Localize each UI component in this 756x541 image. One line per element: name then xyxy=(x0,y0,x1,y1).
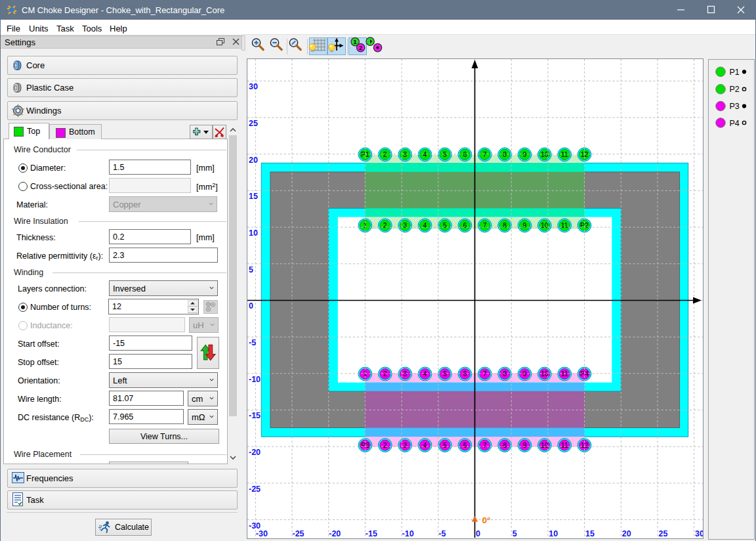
svg-text:7: 7 xyxy=(483,370,487,378)
svg-text:11: 11 xyxy=(561,222,568,229)
svg-text:11: 11 xyxy=(561,442,568,449)
svg-text:10: 10 xyxy=(541,442,549,449)
svg-text:-30: -30 xyxy=(256,529,268,538)
svg-text:8: 8 xyxy=(503,222,507,229)
svg-text:20: 20 xyxy=(249,156,258,165)
svg-text:3: 3 xyxy=(403,370,407,378)
svg-text:11: 11 xyxy=(561,151,568,158)
svg-text:9: 9 xyxy=(523,151,527,158)
svg-text:10: 10 xyxy=(541,151,549,158)
svg-text:3: 3 xyxy=(403,151,407,158)
svg-text:P4: P4 xyxy=(730,119,740,128)
svg-text:7: 7 xyxy=(483,222,487,229)
svg-text:15: 15 xyxy=(585,529,595,538)
svg-text:25: 25 xyxy=(658,529,667,538)
svg-text:2: 2 xyxy=(383,370,387,378)
svg-text:4: 4 xyxy=(423,370,427,378)
svg-text:0°: 0° xyxy=(482,515,490,525)
svg-text:3: 3 xyxy=(403,442,407,449)
svg-text:5: 5 xyxy=(443,370,447,378)
svg-text:4: 4 xyxy=(423,151,427,158)
svg-text:0: 0 xyxy=(249,301,253,311)
svg-text:30: 30 xyxy=(695,529,704,538)
svg-text:8: 8 xyxy=(503,370,507,378)
svg-text:-10: -10 xyxy=(402,529,414,538)
svg-text:5: 5 xyxy=(443,222,447,229)
svg-text:-25: -25 xyxy=(293,529,304,538)
svg-text:9: 9 xyxy=(523,222,527,229)
svg-text:1: 1 xyxy=(354,39,357,45)
svg-text:-30: -30 xyxy=(249,521,261,530)
svg-text:-10: -10 xyxy=(249,375,261,384)
svg-text:6: 6 xyxy=(463,151,467,158)
svg-text:0: 0 xyxy=(476,529,480,538)
svg-text:4: 4 xyxy=(423,222,427,229)
svg-text:6: 6 xyxy=(463,370,467,378)
svg-text:7: 7 xyxy=(483,151,487,158)
svg-text:-5: -5 xyxy=(438,529,446,538)
svg-text:P3: P3 xyxy=(730,102,740,111)
svg-text:10: 10 xyxy=(541,370,549,378)
svg-text:11: 11 xyxy=(561,370,568,378)
svg-text:-25: -25 xyxy=(249,485,261,494)
svg-text:3: 3 xyxy=(403,222,407,229)
svg-text:2: 2 xyxy=(383,442,387,449)
svg-text:15: 15 xyxy=(249,192,258,201)
svg-text:20: 20 xyxy=(622,529,631,538)
svg-text:2: 2 xyxy=(383,222,387,229)
svg-text:8: 8 xyxy=(503,151,507,158)
svg-text:2: 2 xyxy=(383,151,387,158)
svg-text:5: 5 xyxy=(249,265,253,274)
svg-text:6: 6 xyxy=(463,442,467,449)
svg-text:5: 5 xyxy=(513,529,517,538)
svg-text:25: 25 xyxy=(249,119,258,128)
svg-text:-15: -15 xyxy=(249,411,261,420)
svg-text:9: 9 xyxy=(523,442,527,449)
svg-text:10: 10 xyxy=(249,228,258,238)
svg-text:4: 4 xyxy=(423,442,427,449)
svg-text:5: 5 xyxy=(443,442,447,449)
svg-text:-20: -20 xyxy=(249,448,261,457)
svg-text:2: 2 xyxy=(359,45,362,51)
svg-text:6: 6 xyxy=(463,222,467,229)
svg-text:8: 8 xyxy=(503,442,507,449)
svg-text:-20: -20 xyxy=(329,529,341,538)
svg-text:10: 10 xyxy=(541,222,549,229)
svg-text:10: 10 xyxy=(549,529,558,538)
svg-text:9: 9 xyxy=(523,370,527,378)
svg-text:-15: -15 xyxy=(366,529,377,538)
svg-text:5: 5 xyxy=(443,151,447,158)
svg-text:-5: -5 xyxy=(249,338,256,347)
svg-text:7: 7 xyxy=(483,442,487,449)
svg-text:30: 30 xyxy=(249,82,258,91)
svg-text:P1: P1 xyxy=(730,68,740,77)
svg-text:P2: P2 xyxy=(730,85,740,94)
